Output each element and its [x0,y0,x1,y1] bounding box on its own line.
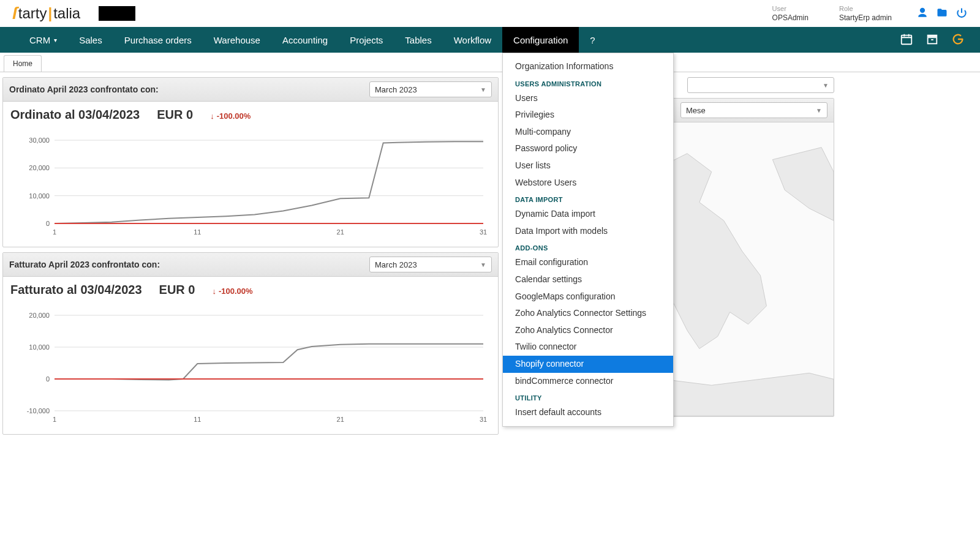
fatturato-panel: Fatturato April 2023 confrontato con: Ma… [2,252,499,435]
dd-item[interactable]: Multi-company [503,124,673,141]
dd-item[interactable]: Data Import with models [503,223,673,240]
svg-text:1: 1 [53,228,56,236]
fatturato-month-select[interactable]: March 2023 ▼ [369,257,492,272]
dd-section-header: UTILITY [503,389,673,404]
svg-text:10,000: 10,000 [29,343,50,351]
ordinato-period-value: Mese [686,106,706,115]
dd-item[interactable]: bindCommerce connector [503,373,673,390]
svg-rect-2 [928,37,937,43]
ordinato-month-value: March 2023 [375,85,417,94]
dd-item[interactable]: Zoho Analytics Connector Settings [503,305,673,322]
dd-item[interactable]: Privilegies [503,107,673,124]
fatturato-sub-title: Fatturato al 03/04/2023 [10,283,142,297]
folder-icon[interactable] [936,7,948,21]
arrow-down-icon: ↓ [212,287,216,296]
nav-configuration[interactable]: Configuration Organization InformationsU… [502,27,579,53]
svg-text:31: 31 [480,416,487,423]
svg-text:21: 21 [337,228,344,236]
logo-s-glyph: ſ [12,4,17,23]
dd-org-info[interactable]: Organization Informations [503,58,673,75]
chevron-down-icon: ▼ [480,261,486,268]
svg-text:10,000: 10,000 [29,192,50,200]
archive-icon[interactable] [925,32,939,48]
svg-text:30,000: 30,000 [29,137,50,144]
ordinato-chart: 010,00020,00030,0001112131 [3,128,498,247]
dd-item[interactable]: Password policy [503,140,673,157]
svg-text:20,000: 20,000 [29,312,50,319]
svg-text:31: 31 [480,228,487,236]
ordinato-sub-value: EUR 0 [157,108,193,122]
dd-item[interactable]: GoogleMaps configuration [503,288,673,305]
google-icon[interactable] [951,32,965,48]
right-top-select[interactable]: ▼ [687,77,834,93]
chevron-down-icon: ▼ [823,82,829,89]
nav-warehouse[interactable]: Warehouse [203,27,271,53]
ordinato-month-select[interactable]: March 2023 ▼ [369,81,492,97]
nav-workflow[interactable]: Workflow [443,27,502,53]
main-navbar: CRM▾ Sales Purchase orders Warehouse Acc… [0,27,980,53]
nav-purchase-orders[interactable]: Purchase orders [113,27,203,53]
dd-item[interactable]: Webstore Users [503,174,673,192]
dd-section-header: DATA IMPORT [503,191,673,206]
svg-text:21: 21 [337,416,344,423]
svg-text:0: 0 [46,375,50,383]
arrow-down-icon: ↓ [210,111,214,121]
svg-text:1: 1 [53,416,56,423]
user-value: OPSAdmin [772,13,809,22]
dd-section-header: USERS ADMINISTRATION [503,75,673,90]
ordinato-delta: ↓ -100.00% [210,111,251,121]
ordinato-period-select[interactable]: Mese ▼ [680,102,827,118]
svg-rect-0 [902,35,912,44]
dd-item[interactable]: Twilio connector [503,339,673,356]
dd-item[interactable]: Calendar settings [503,271,673,288]
ordinato-panel: Ordinato April 2023 confrontato con: Mar… [2,77,499,247]
svg-text:11: 11 [194,416,201,423]
role-label: Role [839,5,892,12]
dd-item[interactable]: Insert default accounts [503,404,673,421]
user-icon[interactable] [916,7,929,21]
nav-accounting[interactable]: Accounting [271,27,339,53]
chevron-down-icon: ▼ [816,107,822,114]
fatturato-month-value: March 2023 [375,260,417,269]
tab-home[interactable]: Home [4,55,42,72]
dd-item[interactable]: Zoho Analytics Connector [503,322,673,339]
ordinato-sub-title: Ordinato al 03/04/2023 [10,108,140,122]
nav-right-icons [900,27,980,53]
svg-text:0: 0 [46,220,50,227]
logo-text-a: tarty [18,5,47,22]
nav-projects[interactable]: Projects [339,27,394,53]
redacted-block [99,6,135,21]
svg-text:20,000: 20,000 [29,164,50,171]
calendar-icon[interactable] [900,32,913,48]
app-logo: ſ tarty | talia [12,4,80,23]
nav-crm[interactable]: CRM▾ [18,27,68,53]
role-value: StartyErp admin [839,13,892,22]
user-info-block: User OPSAdmin Role StartyErp admin [772,5,892,22]
ordinato-title: Ordinato April 2023 confrontato con: [9,84,159,94]
chevron-down-icon: ▼ [480,86,486,93]
dd-item[interactable]: User lists [503,157,673,174]
fatturato-sub-value: EUR 0 [159,283,195,297]
dd-item[interactable]: Email configuration [503,254,673,271]
fatturato-chart: -10,000010,00020,0001112131 [3,303,498,434]
svg-text:11: 11 [194,228,201,236]
dd-item[interactable]: Users [503,90,673,107]
fatturato-delta: ↓ -100.00% [212,287,252,296]
logo-text-b: talia [53,5,80,22]
dashboard-content: Ordinato April 2023 confrontato con: Mar… [0,72,980,440]
dd-section-header: ADD-ONS [503,239,673,254]
nav-sales[interactable]: Sales [68,27,113,53]
top-header: ſ tarty | talia User OPSAdmin Role Start… [0,0,980,27]
nav-tables[interactable]: Tables [394,27,442,53]
fatturato-title: Fatturato April 2023 confrontato con: [9,260,160,269]
user-label: User [772,5,809,12]
subtab-bar: Home [0,55,980,72]
configuration-dropdown: Organization InformationsUSERS ADMINISTR… [502,53,674,427]
svg-text:-10,000: -10,000 [27,407,50,414]
dd-item[interactable]: Dynamic Data import [503,206,673,223]
svg-rect-1 [927,34,938,37]
nav-help[interactable]: ? [579,27,606,53]
dd-item[interactable]: Shopify connector [503,356,673,373]
logo-divider: | [48,5,52,22]
power-icon[interactable] [956,7,968,21]
